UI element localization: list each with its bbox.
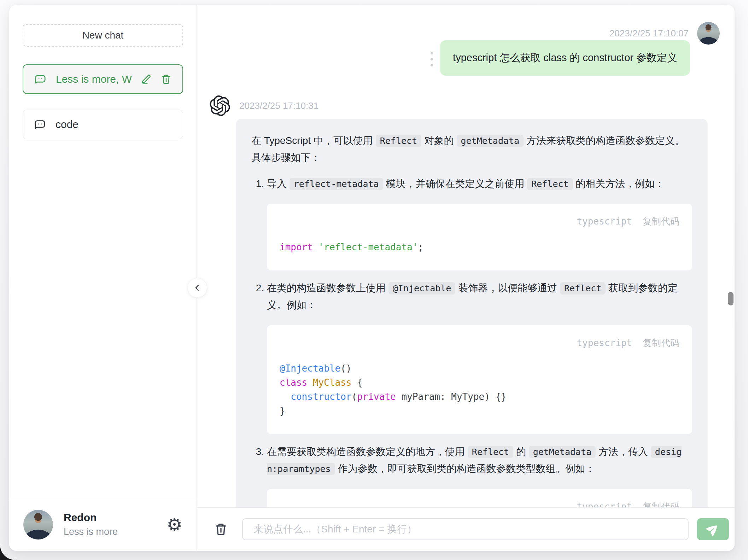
assistant-message-timestamp: 2023/2/25 17:10:31 [239, 100, 319, 111]
code-block: typescript 复制代码 import 'reflect-metadata… [267, 204, 692, 270]
new-chat-button[interactable]: New chat [23, 24, 183, 47]
inline-code: Reflect [376, 135, 421, 147]
user-avatar [23, 510, 53, 539]
sidebar-item-conversation-less-is-more[interactable]: Less is more, Wor... [23, 64, 183, 94]
assistant-step: 导入 reflect-metadata 模块，并确保在类定义之前使用 Refle… [267, 175, 692, 270]
clear-chat-trash-icon[interactable] [214, 522, 228, 536]
copy-code-button[interactable]: 复制代码 [643, 214, 679, 229]
message-input[interactable] [242, 518, 689, 540]
code-block-header: typescript 复制代码 [280, 335, 679, 351]
copy-code-button[interactable]: 复制代码 [643, 335, 679, 351]
message-menu-dots-icon[interactable] [431, 52, 433, 66]
sidebar-collapse-button[interactable] [187, 278, 207, 298]
assistant-message-bubble: 在 TypeScript 中，可以使用 Reflect 对象的 getMetad… [236, 119, 708, 507]
assistant-message-meta: 2023/2/25 17:10:31 [197, 95, 735, 116]
step-text: 导入 reflect-metadata 模块，并确保在类定义之前使用 Refle… [267, 178, 665, 189]
code-language-label: typescript [577, 214, 632, 229]
inline-code: Reflect [468, 446, 513, 458]
code-content: @Injectable()class MyClass { constructor… [280, 361, 679, 418]
chevron-left-icon [193, 283, 202, 292]
code-block: typescript 复制代码 @Injectable()class MyCla… [267, 325, 692, 434]
assistant-steps: 导入 reflect-metadata 模块，并确保在类定义之前使用 Refle… [251, 175, 692, 507]
profile-subtitle: Less is more [64, 526, 118, 537]
conversation-title: code [55, 118, 172, 130]
conversation-title: Less is more, Wor... [56, 73, 132, 85]
app-window: New chat Less is more, Wor... [9, 5, 735, 551]
message-list: 2023/2/25 17:10:07 typescript 怎么获取 class… [197, 5, 735, 507]
code-block: typescript 复制代码 const constructorArgs = … [267, 489, 692, 507]
inline-code: reflect-metadata [290, 178, 383, 190]
step-text: 在类的构造函数参数上使用 @Injectable 装饰器，以便能够通过 Refl… [267, 282, 678, 310]
sidebar-item-conversation-code[interactable]: code [23, 110, 183, 139]
gear-icon[interactable]: ⚙ [166, 516, 182, 533]
paper-plane-icon [704, 520, 722, 538]
assistant-step: 在类的构造函数参数上使用 @Injectable 装饰器，以便能够通过 Refl… [267, 280, 692, 434]
delete-icon[interactable] [160, 74, 172, 85]
chat-bubble-icon [34, 118, 46, 131]
user-avatar [697, 22, 720, 45]
code-block-header: typescript 复制代码 [280, 214, 679, 229]
copy-code-button[interactable]: 复制代码 [643, 499, 679, 507]
chat-main: 2023/2/25 17:10:07 typescript 怎么获取 class… [197, 5, 735, 551]
send-button[interactable] [697, 518, 729, 540]
step-text: 在需要获取类构造函数参数定义的地方，使用 Reflect 的 getMetada… [267, 446, 682, 474]
user-message-timestamp: 2023/2/25 17:10:07 [609, 28, 689, 39]
code-block-header: typescript 复制代码 [280, 499, 679, 507]
inline-code: Reflect [560, 282, 606, 294]
code-content: import 'reflect-metadata'; [280, 240, 679, 254]
inline-code: getMetadata [457, 135, 524, 147]
code-language-label: typescript [577, 335, 632, 351]
chat-bubble-icon [34, 73, 47, 86]
assistant-intro: 在 TypeScript 中，可以使用 Reflect 对象的 getMetad… [251, 132, 692, 166]
composer-bar [197, 507, 735, 551]
edit-icon[interactable] [141, 74, 152, 85]
scrollbar-thumb[interactable] [728, 292, 734, 305]
user-message-bubble: typescript 怎么获取 class 的 constructor 参数定义 [440, 40, 690, 76]
inline-code: Reflect [527, 178, 573, 190]
user-message-row: typescript 怎么获取 class 的 constructor 参数定义 [197, 40, 735, 76]
chatgpt-logo-icon [210, 95, 230, 116]
code-language-label: typescript [577, 499, 632, 507]
inline-code: getMetadata [529, 446, 596, 458]
profile-text: Redon Less is more [64, 512, 118, 537]
assistant-step: 在需要获取类构造函数参数定义的地方，使用 Reflect 的 getMetada… [267, 443, 692, 507]
profile-name: Redon [64, 512, 118, 524]
sidebar-footer: Redon Less is more ⚙ [9, 498, 197, 551]
sidebar: New chat Less is more, Wor... [9, 5, 197, 551]
inline-code: @Injectable [388, 282, 456, 294]
